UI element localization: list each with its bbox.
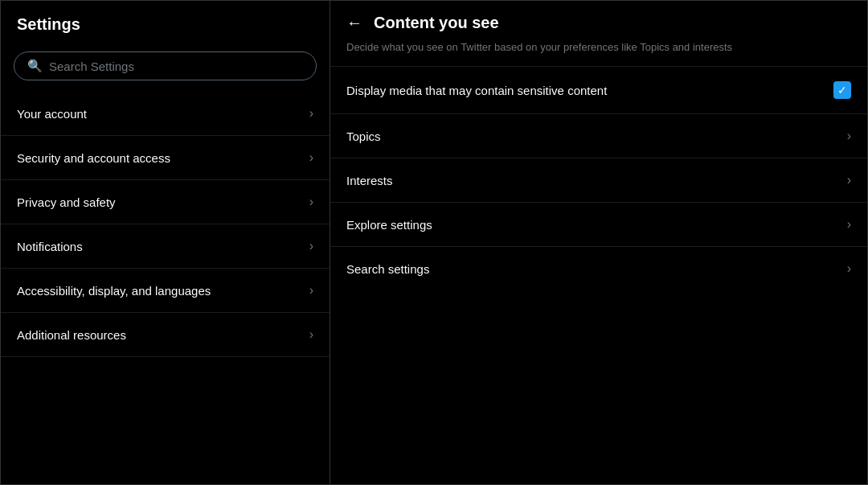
sidebar-item-your-account[interactable]: Your account › — [1, 92, 330, 136]
back-button[interactable]: ← — [346, 14, 362, 32]
content-header: ← Content you see — [330, 1, 867, 40]
sidebar-item-security-account-access[interactable]: Security and account access › — [1, 136, 330, 180]
chevron-right-icon: › — [309, 106, 313, 121]
sidebar-item-accessibility[interactable]: Accessibility, display, and languages › — [1, 269, 330, 313]
chevron-right-icon: › — [309, 283, 313, 298]
checkmark-icon: ✓ — [837, 84, 847, 97]
settings-title: Settings — [1, 1, 330, 45]
chevron-right-icon: › — [847, 129, 851, 143]
checkbox-container[interactable]: ✓ — [833, 81, 851, 99]
checkbox-checked-icon[interactable]: ✓ — [833, 81, 851, 99]
settings-item-explore-settings[interactable]: Explore settings › — [330, 202, 867, 246]
sidebar-item-additional-resources[interactable]: Additional resources › — [1, 313, 330, 357]
sidebar-item-notifications[interactable]: Notifications › — [1, 224, 330, 269]
search-container[interactable]: 🔍 Search Settings — [1, 45, 330, 92]
search-input[interactable]: Search Settings — [49, 60, 134, 73]
sidebar: Settings 🔍 Search Settings Your account … — [1, 1, 330, 484]
chevron-right-icon: › — [847, 217, 851, 232]
main-content: ← Content you see Decide what you see on… — [330, 1, 867, 484]
chevron-right-icon: › — [309, 239, 313, 253]
settings-item-display-sensitive-media[interactable]: Display media that may contain sensitive… — [330, 66, 867, 113]
settings-list: Display media that may contain sensitive… — [330, 66, 867, 290]
settings-item-search-settings[interactable]: Search settings › — [330, 246, 867, 290]
content-description: Decide what you see on Twitter based on … — [330, 40, 867, 66]
search-box[interactable]: 🔍 Search Settings — [14, 51, 317, 80]
chevron-right-icon: › — [847, 261, 851, 276]
content-title: Content you see — [374, 14, 499, 32]
chevron-right-icon: › — [309, 195, 313, 209]
settings-item-topics[interactable]: Topics › — [330, 113, 867, 158]
sidebar-item-privacy-safety[interactable]: Privacy and safety › — [1, 180, 330, 224]
search-icon: 🔍 — [27, 59, 43, 73]
chevron-right-icon: › — [309, 150, 313, 165]
chevron-right-icon: › — [847, 173, 851, 187]
sidebar-nav: Your account › Security and account acce… — [1, 92, 330, 357]
chevron-right-icon: › — [309, 327, 313, 342]
settings-item-interests[interactable]: Interests › — [330, 158, 867, 202]
